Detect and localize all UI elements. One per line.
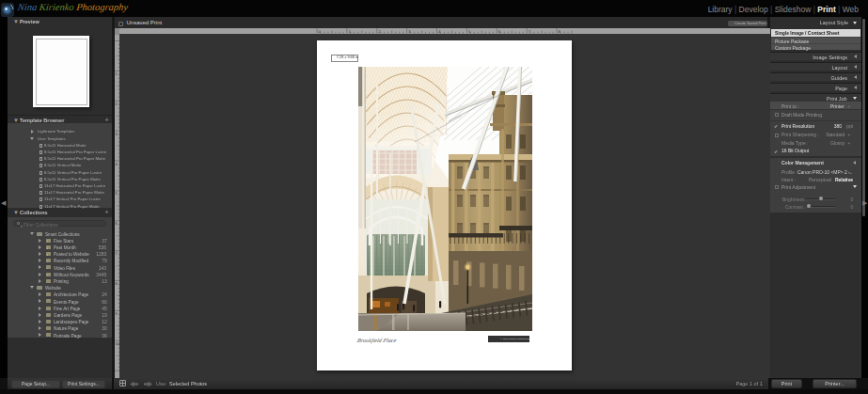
svg-text:9: 9	[115, 310, 118, 315]
svg-text:1: 1	[115, 71, 118, 75]
svg-text:7: 7	[115, 251, 118, 256]
svg-text:3: 3	[115, 131, 118, 135]
svg-text:5: 5	[115, 191, 118, 196]
svg-text:2: 2	[115, 101, 118, 105]
svg-text:6: 6	[115, 221, 118, 226]
svg-text:4: 4	[115, 161, 118, 165]
svg-text:8: 8	[115, 281, 118, 286]
